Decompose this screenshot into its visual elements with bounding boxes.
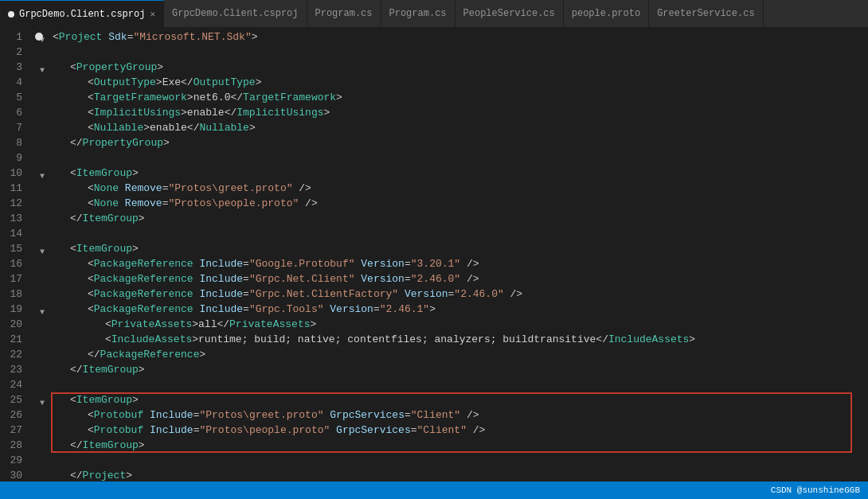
gutter-fold[interactable]: [33, 411, 51, 426]
gutter-fold[interactable]: [33, 426, 51, 441]
gutter-fold[interactable]: ▼: [33, 396, 51, 411]
token-tag: Nullable: [94, 122, 143, 134]
tab-program-cs-2[interactable]: Program.cs: [381, 0, 456, 27]
token-punct: />: [467, 424, 485, 436]
gutter-fold[interactable]: [33, 471, 51, 481]
token-punct: =: [243, 303, 249, 315]
gutter-fold[interactable]: ▼: [33, 169, 51, 184]
line-number: 25: [0, 392, 33, 407]
tab-peopleservice-cs[interactable]: PeopleService.cs: [456, 0, 564, 27]
token-tag: PackageReference: [94, 303, 194, 315]
tab-label: GrpcDemo.Client.csproj: [19, 9, 145, 20]
token-punct: =: [405, 273, 411, 285]
token-punct: <: [88, 424, 94, 436]
token-tag: TargetFramework: [94, 92, 187, 103]
token-tag: Project: [83, 470, 127, 481]
token-punct: [143, 409, 150, 421]
gutter-fold[interactable]: [33, 259, 51, 275]
token-punct: >: [156, 76, 162, 88]
token-punct: <: [70, 243, 76, 255]
gutter-fold[interactable]: [33, 138, 51, 154]
tab-grpcdemo-client-csproj-1[interactable]: GrpcDemo.Client.csproj✕: [0, 0, 164, 27]
token-tag: Protobuf: [94, 409, 143, 421]
gutter-fold[interactable]: [33, 93, 51, 108]
gutter-fold[interactable]: [33, 108, 51, 123]
line-number: 17: [0, 271, 33, 287]
token-punct: <: [88, 288, 94, 300]
gutter-fold[interactable]: ▼: [33, 305, 51, 320]
token-attr: Version: [405, 288, 448, 300]
token-punct: >: [126, 470, 132, 481]
token-tag: IncludeAssets: [608, 333, 689, 345]
token-punct: />: [460, 409, 479, 421]
line-number: 28: [0, 438, 33, 453]
code-line: <PrivateAssets>all</PrivateAssets>: [51, 317, 868, 332]
tab-modified-dot: [8, 11, 14, 18]
code-editor[interactable]: <Project Sdk="Microsoft.NET.Sdk"><Proper…: [51, 28, 868, 481]
gutter-fold[interactable]: [33, 78, 51, 93]
line-number: 21: [0, 332, 33, 347]
token-tag: ImplicitUsings: [237, 107, 323, 119]
token-punct: <: [88, 92, 94, 103]
line-number: 18: [0, 287, 33, 302]
gutter-fold[interactable]: [33, 199, 51, 214]
token-punct: =: [373, 303, 380, 315]
token-val: "Microsoft.NET.Sdk": [133, 31, 251, 43]
gutter-fold[interactable]: ▼: [33, 244, 51, 259]
gutter-fold[interactable]: [33, 229, 51, 244]
code-line: <None Remove="Protos\people.proto" />: [51, 196, 868, 211]
gutter-fold[interactable]: [33, 380, 51, 396]
token-attr: GrpcServices: [330, 409, 405, 421]
token-tag: Protobuf: [94, 424, 143, 436]
token-punct: >: [249, 122, 256, 134]
editor-area: 1234567891011121314151617181920212223242…: [0, 28, 868, 481]
code-line: </PackageReference>: [51, 347, 868, 362]
tab-label: Program.cs: [315, 8, 373, 19]
token-punct: <: [105, 318, 111, 330]
token-tag: PropertyGroup: [83, 137, 163, 149]
gutter-fold[interactable]: [33, 48, 51, 63]
token-punct: >: [139, 212, 145, 224]
token-punct: >: [187, 92, 194, 103]
token-punct: >: [256, 76, 262, 88]
line-number: 15: [0, 241, 33, 256]
line-number: 14: [0, 226, 33, 241]
token-punct: >: [139, 439, 145, 451]
gutter-fold[interactable]: [33, 320, 51, 335]
line-number: 29: [0, 453, 33, 468]
tab-greeterservice-cs[interactable]: GreeterService.cs: [649, 0, 763, 27]
breakpoint-circle[interactable]: [35, 33, 43, 41]
token-punct: </: [70, 470, 83, 481]
line-number: 12: [0, 196, 33, 211]
code-line: <Protobuf Include="Protos\greet.proto" G…: [51, 407, 868, 423]
token-tag: PackageReference: [94, 273, 194, 285]
tab-grpcdemo-client-csproj-2[interactable]: GrpcDemo.Client.csproj: [164, 0, 307, 27]
code-line: <ItemGroup>: [51, 392, 868, 407]
code-line: <Protobuf Include="Protos\people.proto" …: [51, 423, 868, 438]
token-attr: Version: [361, 258, 405, 270]
tab-people-proto[interactable]: people.proto: [564, 0, 649, 27]
code-line: </PropertyGroup>: [51, 135, 868, 150]
gutter-fold[interactable]: [33, 214, 51, 229]
line-number: 10: [0, 166, 33, 181]
token-tag: ItemGroup: [76, 243, 132, 255]
tab-program-cs-1[interactable]: Program.cs: [307, 0, 381, 27]
token-punct: <: [88, 409, 94, 421]
gutter-fold[interactable]: [33, 154, 51, 169]
tab-close-button[interactable]: ✕: [150, 9, 155, 19]
gutter-fold[interactable]: [33, 335, 51, 350]
tab-label: people.proto: [572, 8, 640, 19]
gutter-fold[interactable]: [33, 365, 51, 380]
token-val: "2.46.1": [380, 303, 429, 315]
gutter-fold[interactable]: [33, 184, 51, 199]
gutter-fold[interactable]: [33, 275, 51, 290]
gutter-fold[interactable]: [33, 123, 51, 138]
token-punct: </: [70, 439, 83, 451]
gutter-fold[interactable]: [33, 290, 51, 305]
gutter-fold[interactable]: [33, 441, 51, 456]
gutter-fold[interactable]: [33, 456, 51, 471]
gutter-fold[interactable]: [33, 350, 51, 365]
gutter-fold[interactable]: ▼: [33, 63, 51, 78]
line-number: 26: [0, 407, 33, 423]
code-line: <ItemGroup>: [51, 166, 868, 181]
